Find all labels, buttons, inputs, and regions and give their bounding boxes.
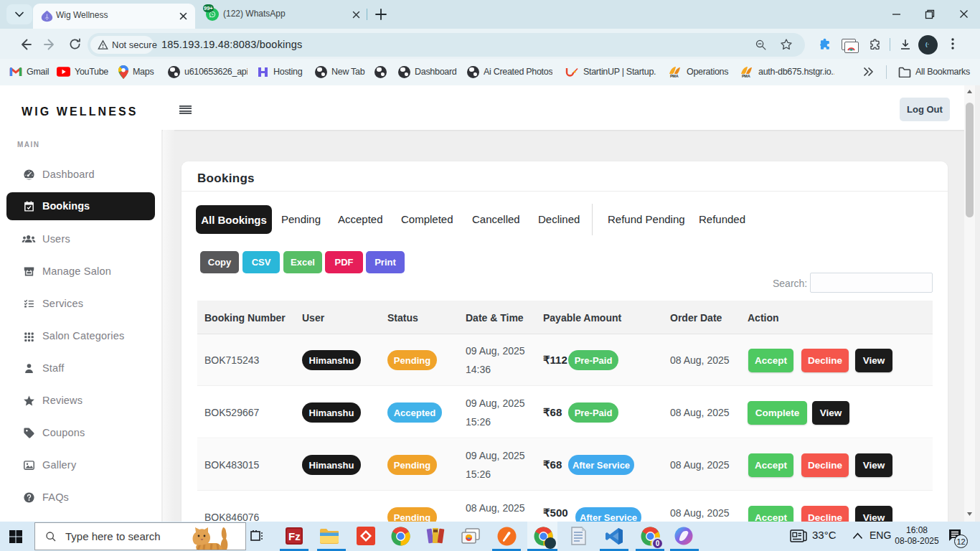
- svg-text:PMA: PMA: [742, 74, 750, 78]
- svg-text:Fz: Fz: [288, 530, 301, 542]
- svg-text:PMA: PMA: [670, 74, 679, 78]
